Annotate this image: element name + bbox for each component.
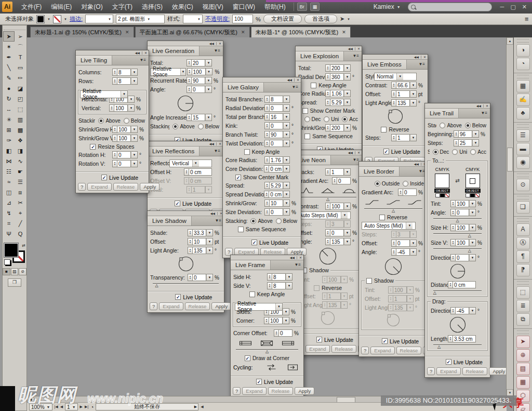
checkbox-checked[interactable]: ✓ xyxy=(245,355,250,361)
spin-down-icon[interactable]: ▼ xyxy=(455,143,457,145)
shrink-grow-spinner[interactable]: ▲▼ xyxy=(264,200,270,207)
rotation-v-value[interactable]: 0 xyxy=(117,160,131,167)
panel-menu-icon[interactable]: ▼≡ xyxy=(211,147,223,156)
expand-button[interactable]: Expand xyxy=(370,347,394,354)
radio-dec[interactable]: Dec xyxy=(433,149,449,155)
core-radius-spinner[interactable]: ▲▼ xyxy=(264,156,270,164)
panel-tab-live-trail[interactable]: Live Trail xyxy=(425,109,459,118)
steps-spinner[interactable]: ▲▼ xyxy=(325,220,330,228)
relative-space-dropdown[interactable]: Relative Space▼ xyxy=(80,90,128,98)
tracks-spinner[interactable]: ▲▼ xyxy=(325,168,330,176)
tint-spinner[interactable]: ▲▼ xyxy=(450,200,456,207)
mini-swatch[interactable] xyxy=(470,193,475,197)
release-button[interactable]: Release xyxy=(113,183,139,191)
spin-down-icon[interactable]: ▼ xyxy=(266,108,268,111)
stroke-weight-link[interactable]: 描边: xyxy=(70,15,83,23)
checkbox[interactable] xyxy=(366,278,372,284)
angle-dial[interactable] xyxy=(318,247,337,266)
spin-down-icon[interactable]: ▼ xyxy=(449,339,451,341)
core-deviation-value[interactable]: 0 cm xyxy=(269,165,283,173)
direction-value[interactable]: -45 xyxy=(456,307,469,314)
angle-spinner[interactable]: ▲▼ xyxy=(391,248,396,256)
offset-dropdown-button[interactable]: ▼ xyxy=(410,90,417,98)
checkbox[interactable] xyxy=(381,127,387,132)
shrink-grow-v-spinner[interactable]: ▲▼ xyxy=(112,135,117,142)
spin-down-icon[interactable]: ▼ xyxy=(188,63,190,65)
style-dropdown[interactable]: Normal▼ xyxy=(374,73,417,81)
offset-h-value[interactable]: 0 cm xyxy=(189,168,212,176)
checkbox-draw-at-corner[interactable]: ✓Draw at Corner xyxy=(245,355,289,361)
spread-dropdown-button[interactable]: ▼ xyxy=(283,182,290,189)
transparency-spinner[interactable]: ▲▼ xyxy=(188,274,193,281)
divide-tool[interactable]: ◫ xyxy=(3,187,15,197)
panel-close-button[interactable]: ✕ xyxy=(423,55,426,59)
spin-down-icon[interactable]: ▼ xyxy=(189,250,191,253)
frame-center-icon[interactable] xyxy=(260,339,274,347)
offset-v-value[interactable]: 0 cm xyxy=(189,177,212,184)
mini-swatch[interactable] xyxy=(435,193,440,197)
rows-dropdown-button[interactable]: ▼ xyxy=(131,77,138,85)
radial-deviation-dropdown-button[interactable]: ▼ xyxy=(283,104,290,112)
columns-spinner[interactable]: ▲▼ xyxy=(112,69,117,76)
panel-collapse-button[interactable]: ◀◀ xyxy=(476,104,481,108)
gradient-arc-value[interactable]: 0 xyxy=(403,189,417,196)
panel-collapse-button[interactable]: ◀◀ xyxy=(209,142,214,145)
maximize-button[interactable]: ▢ xyxy=(510,4,515,10)
color-panel-icon[interactable]: ◑ xyxy=(516,44,530,57)
live-update-checkbox[interactable]: ✓Live Update xyxy=(93,174,147,181)
panel-collapse-button[interactable]: ◀◀ xyxy=(290,256,295,259)
panel-tab-live-generation[interactable]: Live Generation xyxy=(148,46,200,56)
dock-drag-handle[interactable] xyxy=(517,124,529,128)
total-per-branch-dropdown-button[interactable]: ▼ xyxy=(283,113,290,121)
columns-value[interactable]: 8 xyxy=(117,69,131,76)
brushes-panel-icon[interactable]: ✍ xyxy=(516,94,530,106)
arc-tri-icon[interactable] xyxy=(321,187,335,194)
total-dropdown-button[interactable]: ▼ xyxy=(205,59,212,67)
layers-panel-icon[interactable]: ❏ xyxy=(516,201,530,214)
collapse-panel-icon[interactable]: ≣ xyxy=(525,16,529,22)
spin-down-icon[interactable]: ▼ xyxy=(265,169,268,171)
angle-spinner[interactable]: ▲▼ xyxy=(325,238,330,245)
fill-swatch[interactable] xyxy=(4,243,18,257)
light-angle-spinner[interactable]: ▲▼ xyxy=(388,304,393,311)
expand-button[interactable]: Expand xyxy=(436,367,460,375)
panel-collapse-button[interactable]: ◀◀ xyxy=(348,151,353,154)
pathfinder-panel-icon[interactable]: ⧉ xyxy=(516,313,530,326)
spin-down-icon[interactable]: ▼ xyxy=(111,108,113,111)
spin-down-icon[interactable]: ▼ xyxy=(114,81,116,84)
total-branches-spinner[interactable]: ▲▼ xyxy=(264,96,270,103)
angle-dial[interactable] xyxy=(449,316,467,334)
magic-wand-tool[interactable]: ✶ xyxy=(3,42,15,52)
radio-outside[interactable]: Outside xyxy=(375,181,400,187)
tint-spinner[interactable]: ▲▼ xyxy=(388,286,393,294)
size-v-dropdown-button[interactable]: ▼ xyxy=(469,239,476,246)
checkbox[interactable] xyxy=(302,108,308,114)
panel-tab-live-galaxy[interactable]: Live Galaxy xyxy=(223,83,264,92)
total-spinner[interactable]: ▲▼ xyxy=(325,64,330,72)
spin-down-icon[interactable]: ▼ xyxy=(393,103,395,105)
preferences-button[interactable]: 首选项 xyxy=(304,15,337,23)
size-deviation-value[interactable]: 0 xyxy=(270,208,283,216)
slider-thumb-icon[interactable]: △ xyxy=(437,344,441,350)
contrast-spinner[interactable]: ▲▼ xyxy=(325,203,330,210)
menu-o[interactable]: 对象(O) xyxy=(76,0,107,14)
checkbox-checked[interactable]: ✓ xyxy=(90,144,96,150)
free-transform-tool[interactable]: ⬚ xyxy=(15,104,26,114)
total-branches-dropdown-button[interactable]: ▼ xyxy=(283,96,290,103)
menu-w[interactable]: 窗口(W) xyxy=(228,0,260,14)
panel-tab-live-shadow[interactable]: Live Shadow xyxy=(148,216,192,226)
checkbox-show-center-mark[interactable]: Show Center Mark xyxy=(302,108,355,114)
total-spinner[interactable]: ▲▼ xyxy=(187,186,192,193)
core-radius-value[interactable]: 1.76 xyxy=(270,156,283,164)
radio-acc[interactable]: Acc xyxy=(342,116,358,122)
spin-down-icon[interactable]: ▼ xyxy=(265,194,268,197)
contrast-value[interactable]: 66.6 xyxy=(396,82,410,89)
spin-down-icon[interactable]: ▼ xyxy=(327,94,329,96)
radio-below[interactable]: Below xyxy=(465,123,486,128)
spin-down-icon[interactable]: ▼ xyxy=(393,234,395,237)
steps-spinner[interactable]: ▲▼ xyxy=(454,139,459,147)
recurrent-rate-value[interactable]: 90 xyxy=(192,77,205,84)
offset-dropdown-button[interactable]: ▼ xyxy=(206,238,213,245)
checkbox-checked[interactable]: ✓ xyxy=(101,175,107,180)
type-tool[interactable]: T xyxy=(15,52,26,62)
